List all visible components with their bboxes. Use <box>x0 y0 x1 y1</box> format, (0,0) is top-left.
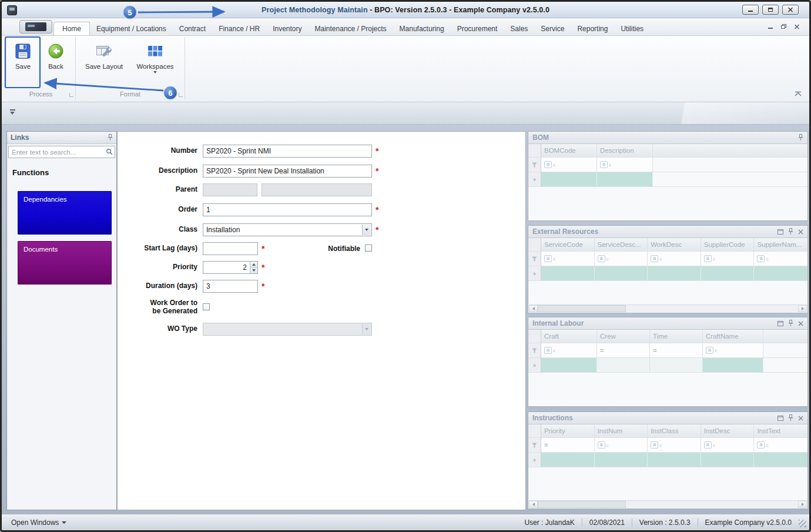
maximize-panel-icon[interactable] <box>778 321 783 326</box>
tab-home[interactable]: Home <box>53 22 90 35</box>
pin-icon[interactable] <box>108 134 113 141</box>
horizontal-scrollbar[interactable] <box>529 305 807 312</box>
filter-cell[interactable]: = <box>650 343 703 358</box>
column-header[interactable]: Craft <box>541 330 597 343</box>
priority-stepper[interactable] <box>203 261 258 274</box>
column-header[interactable]: InstText <box>754 424 807 438</box>
spinner-down-icon[interactable] <box>250 267 257 274</box>
tab-sales[interactable]: Sales <box>504 22 534 35</box>
maximize-button[interactable] <box>762 5 779 15</box>
column-header[interactable]: InstClass <box>648 424 701 438</box>
tab-procurement[interactable]: Procurement <box>451 22 504 35</box>
column-header[interactable]: ServiceDesc... <box>595 238 648 252</box>
maximize-panel-icon[interactable] <box>778 416 783 421</box>
filter-cell[interactable] <box>541 252 595 266</box>
start-lag-input[interactable] <box>203 242 258 255</box>
maximize-panel-icon[interactable] <box>778 229 783 235</box>
close-panel-icon[interactable] <box>798 416 803 421</box>
tab-manufacturing[interactable]: Manufacturing <box>393 22 451 35</box>
order-input[interactable] <box>203 203 372 216</box>
pin-icon[interactable] <box>788 320 793 327</box>
new-row-cell[interactable] <box>597 172 653 187</box>
horizontal-scrollbar[interactable] <box>529 500 807 508</box>
new-row-cell[interactable] <box>597 358 650 373</box>
column-header[interactable]: InstNum <box>595 424 648 438</box>
ribbon-minimize-icon[interactable] <box>768 24 773 29</box>
resize-grip[interactable] <box>799 520 806 527</box>
collapse-ribbon-icon[interactable] <box>794 91 802 97</box>
tab-equipment-locations[interactable]: Equipment / Locations <box>90 22 173 35</box>
pin-icon[interactable] <box>798 134 803 141</box>
tab-utilities[interactable]: Utilities <box>614 22 650 35</box>
minimize-button[interactable] <box>742 5 759 15</box>
pin-icon[interactable] <box>788 414 793 421</box>
column-header[interactable]: SupplierCode <box>701 238 755 252</box>
new-row-cell[interactable] <box>754 266 807 281</box>
column-header[interactable]: Priority <box>541 424 595 438</box>
new-row-cell[interactable] <box>541 266 595 281</box>
scroll-left-icon[interactable] <box>529 305 538 312</box>
new-row-cell[interactable] <box>541 172 597 187</box>
tab-reporting[interactable]: Reporting <box>571 22 614 35</box>
close-panel-icon[interactable] <box>798 229 803 235</box>
scroll-left-icon[interactable] <box>529 501 538 508</box>
save-layout-button[interactable]: Save Layout <box>82 39 126 81</box>
duration-input[interactable] <box>203 280 258 293</box>
filter-cell[interactable] <box>754 252 807 266</box>
filter-cell[interactable] <box>754 438 807 453</box>
documents-button[interactable]: Documents <box>18 241 112 285</box>
tab-service[interactable]: Service <box>534 22 571 35</box>
tab-finance-hr[interactable]: Finance / HR <box>212 22 266 35</box>
filter-cell[interactable] <box>595 252 648 266</box>
filter-cell[interactable] <box>597 158 653 172</box>
filter-cell[interactable] <box>703 343 763 358</box>
dialog-launcher-icon[interactable] <box>69 93 73 97</box>
scroll-right-icon[interactable] <box>798 305 807 312</box>
back-button[interactable]: Back <box>42 39 70 81</box>
filter-cell[interactable] <box>648 252 701 266</box>
chevron-down-icon[interactable] <box>362 225 371 235</box>
tab-maintenance-projects[interactable]: Maintenance / Projects <box>309 22 393 35</box>
column-header[interactable]: CraftName <box>703 330 763 343</box>
column-header[interactable]: WorkDesc <box>648 238 701 252</box>
column-header[interactable]: InstDesc <box>701 424 755 438</box>
scrollbar-thumb[interactable] <box>538 305 626 312</box>
tab-contract[interactable]: Contract <box>173 22 212 35</box>
column-header[interactable]: SupplierNam... <box>754 238 807 252</box>
new-row-cell[interactable] <box>541 453 595 467</box>
wo-generated-checkbox[interactable] <box>203 303 210 310</box>
filter-cell[interactable]: = <box>541 438 595 453</box>
close-button[interactable] <box>782 5 799 15</box>
description-input[interactable] <box>203 165 372 178</box>
dependancies-button[interactable]: Dependancies <box>18 191 112 235</box>
new-row-cell[interactable] <box>541 358 597 373</box>
new-row-cell[interactable] <box>650 358 703 373</box>
open-windows-dropdown[interactable]: Open Windows <box>11 518 66 527</box>
filter-cell[interactable] <box>701 252 755 266</box>
dialog-launcher-icon[interactable] <box>179 93 183 97</box>
save-button[interactable]: Save <box>9 39 37 81</box>
pin-icon[interactable] <box>788 228 793 235</box>
new-row-cell[interactable] <box>754 453 807 467</box>
app-menu-button[interactable] <box>19 20 52 34</box>
workspaces-button[interactable]: Workspaces <box>132 39 178 81</box>
filter-cell[interactable] <box>701 438 755 453</box>
column-header[interactable]: Crew <box>597 330 650 343</box>
filter-cell[interactable] <box>595 438 648 453</box>
column-header[interactable]: Time <box>650 330 703 343</box>
notifiable-checkbox[interactable] <box>365 245 372 252</box>
column-header[interactable]: BOMCode <box>541 144 597 158</box>
filter-cell[interactable] <box>541 158 597 172</box>
workspaces-dropdown-icon[interactable] <box>153 71 157 73</box>
ribbon-close-icon[interactable] <box>794 24 800 29</box>
new-row-cell[interactable] <box>701 266 755 281</box>
tab-inventory[interactable]: Inventory <box>266 22 308 35</box>
spinner-up-icon[interactable] <box>250 262 257 267</box>
close-panel-icon[interactable] <box>798 321 803 326</box>
filter-cell[interactable]: = <box>597 343 650 358</box>
filter-cell[interactable] <box>541 343 597 358</box>
class-dropdown[interactable]: Installation <box>203 223 372 236</box>
ribbon-restore-icon[interactable] <box>780 24 787 29</box>
new-row-cell[interactable] <box>701 453 755 467</box>
new-row-cell[interactable] <box>595 266 648 281</box>
